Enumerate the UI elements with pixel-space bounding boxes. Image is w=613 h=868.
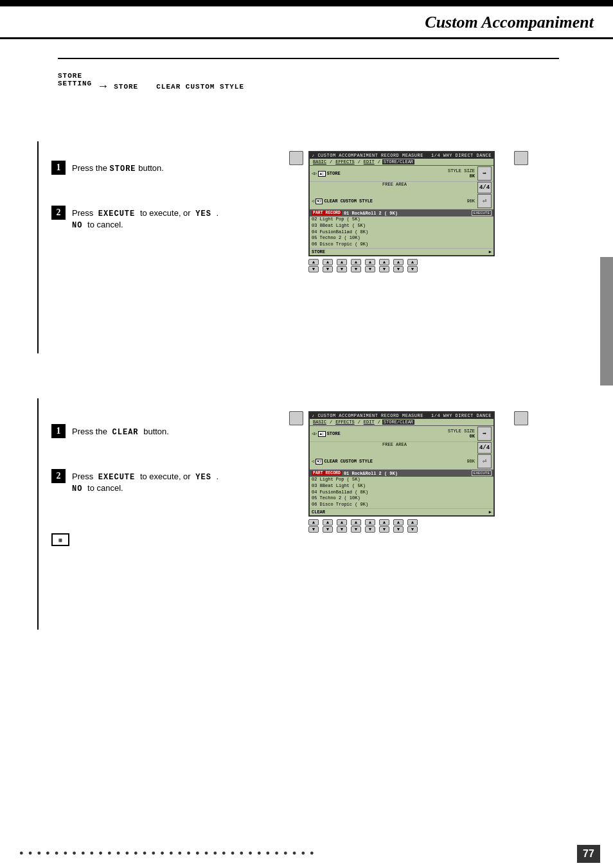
lcd-store-screen: ♪ CUSTOM ACCOMPANIMENT RECORD MEASURE 1/… [308, 151, 495, 256]
intro-left: STORE SETTING [58, 72, 92, 87]
clist-item-1: 02 Light Pop ( 5K) [310, 477, 493, 483]
cbtn-pair-2: ▲ ▼ [323, 519, 333, 533]
btn-up-4[interactable]: ▲ [351, 259, 361, 265]
lcd-clear-bottom-btns: ▲ ▼ ▲ ▼ ▲ ▼ ▲ ▼ ▲ ▼ ▲ ▼ ▲ ▼ ▲ ▼ [308, 519, 418, 533]
lcd-clear-header: ♪ CUSTOM ACCOMPANIMENT RECORD MEASURE 1/… [310, 412, 493, 419]
clist-item-3: 04 FusionBallad ( 8K) [310, 490, 493, 496]
lcd-btn-4[interactable] [289, 151, 303, 165]
intro-right: → STORE CLEAR CUSTOM STYLE [97, 80, 244, 93]
step2-store-no: NO to cancel. [72, 218, 123, 231]
store-label-top: STORE [58, 72, 82, 80]
list-header-store: PART RECORD 01 Rock&Roll 2 ( 9K) EXECUTE [310, 209, 493, 217]
btn-pair-8: ▲ ▼ [407, 259, 418, 272]
intro-setting: STORE SETTING [58, 72, 92, 87]
cbtn-dn-7[interactable]: ▼ [393, 526, 404, 533]
btn-pair-7: ▲ ▼ [393, 259, 404, 272]
tab-basic[interactable]: BASIC [312, 159, 328, 164]
lcd-clear-screen: ♪ CUSTOM ACCOMPANIMENT RECORD MEASURE 1/… [308, 411, 495, 517]
lcd-crbtn-4[interactable] [514, 411, 528, 425]
step1-store-box: 1 [51, 161, 66, 175]
cbtn-pair-8: ▲ ▼ [407, 519, 418, 533]
right-tab [600, 257, 613, 385]
cbtn-pair-1: ▲ ▼ [308, 519, 319, 533]
cbtn-up-6[interactable]: ▲ [379, 519, 389, 526]
cbtn-dn-4[interactable]: ▼ [351, 526, 361, 533]
lcd-store-list: PART RECORD 01 Rock&Roll 2 ( 9K) EXECUTE… [310, 209, 493, 255]
free-area-row: FREE AREA 4/4 [310, 182, 493, 193]
store2-label: STORE [114, 83, 138, 91]
ctab-effects[interactable]: EFFECTS [334, 420, 355, 425]
cbtn-dn-2[interactable]: ▼ [323, 526, 333, 533]
btn-dn-8[interactable]: ▼ [407, 266, 418, 272]
step1-clear-box: 1 [51, 424, 66, 438]
lcd-store-bottom-btns: ▲ ▼ ▲ ▼ ▲ ▼ ▲ ▼ ▲ ▼ ▲ ▼ ▲ ▼ ▲ ▼ [308, 259, 418, 272]
lcd-store-container: ♪ CUSTOM ACCOMPANIMENT RECORD MEASURE 1/… [308, 151, 495, 256]
intro-row: STORE SETTING → STORE CLEAR CUSTOM STYLE [58, 72, 559, 93]
title-rule [0, 37, 613, 39]
btn-pair-6: ▲ ▼ [379, 259, 389, 272]
list-header-clear: PART RECORD 01 Rock&Roll 2 ( 9K) EXECUTE [310, 470, 493, 477]
setting-label: SETTING [58, 80, 92, 87]
cbtn-up-2[interactable]: ▲ [323, 519, 333, 526]
btn-dn-2[interactable]: ▼ [323, 266, 333, 272]
btn-up-3[interactable]: ▲ [337, 259, 347, 265]
btn-dn-4[interactable]: ▼ [351, 266, 361, 272]
cbtn-up-3[interactable]: ▲ [337, 519, 347, 526]
cbtn-pair-3: ▲ ▼ [337, 519, 347, 533]
lcd-rbtn-4[interactable] [514, 151, 528, 165]
btn-pair-3: ▲ ▼ [337, 259, 347, 272]
btn-dn-5[interactable]: ▼ [365, 266, 375, 272]
cbtn-dn-6[interactable]: ▼ [379, 526, 389, 533]
cbtn-up-7[interactable]: ▲ [393, 519, 404, 526]
btn-up-8[interactable]: ▲ [407, 259, 418, 265]
clear-icon-arrow: ⏎ [477, 194, 492, 208]
list-item-3: 04 FusionBallad ( 8K) [310, 229, 493, 236]
cbtn-pair-7: ▲ ▼ [393, 519, 404, 533]
step2-clear-no: NO to cancel. [72, 482, 123, 495]
btn-pair-2: ▲ ▼ [323, 259, 333, 272]
lcd-clear-container: ♪ CUSTOM ACCOMPANIMENT RECORD MEASURE 1/… [308, 411, 495, 517]
btn-pair-5: ▲ ▼ [365, 259, 375, 272]
ctab-store-clear[interactable]: STORE/CLEAR [382, 420, 414, 425]
section2-vline [37, 398, 39, 630]
btn-pair-1: ▲ ▼ [308, 259, 319, 272]
lcd-store-row1: ◁▷ ▲| STORE STYLE SIZE 8K ➡ [310, 166, 493, 182]
list-footer-store: STORE ▶ [310, 248, 493, 255]
cbtn-dn-8[interactable]: ▼ [407, 526, 418, 533]
lcd-clear-list: PART RECORD 01 Rock&Roll 2 ( 9K) EXECUTE… [310, 470, 493, 515]
cbtn-up-8[interactable]: ▲ [407, 519, 418, 526]
btn-pair-4: ▲ ▼ [351, 259, 361, 272]
lcd-cbtn-4[interactable] [289, 411, 303, 425]
step2-store-text: Press EXECUTE to execute, or YES . [72, 207, 218, 220]
cbtn-dn-3[interactable]: ▼ [337, 526, 347, 533]
clist-item-5: 06 Disco Tropic ( 9K) [310, 502, 493, 508]
list-item-1: 02 Light Pop ( 5K) [310, 217, 493, 223]
btn-up-7[interactable]: ▲ [393, 259, 404, 265]
btn-up-1[interactable]: ▲ [308, 259, 319, 265]
btn-dn-7[interactable]: ▼ [393, 266, 404, 272]
step1-clear-text: Press the CLEAR button. [72, 425, 169, 438]
tab-edit[interactable]: EDIT [362, 159, 376, 164]
lcd-clear-row1: ◁▷ ▲| STORE STYLE SIZE 0K ➡ [310, 426, 493, 442]
btn-up-2[interactable]: ▲ [323, 259, 333, 265]
ctab-edit[interactable]: EDIT [362, 420, 376, 425]
cbtn-dn-1[interactable]: ▼ [308, 526, 319, 533]
clear-store-icon: ➡ [477, 427, 492, 441]
cbtn-dn-5[interactable]: ▼ [365, 526, 375, 533]
clear-label-intro: CLEAR CUSTOM STYLE [156, 83, 244, 91]
cbtn-up-5[interactable]: ▲ [365, 519, 375, 526]
btn-up-5[interactable]: ▲ [365, 259, 375, 265]
arrow-symbol: → [97, 80, 109, 93]
ctab-basic[interactable]: BASIC [312, 420, 328, 425]
btn-dn-3[interactable]: ▼ [337, 266, 347, 272]
tab-store-clear[interactable]: STORE/CLEAR [382, 159, 414, 164]
cbtn-up-1[interactable]: ▲ [308, 519, 319, 526]
btn-up-6[interactable]: ▲ [379, 259, 389, 265]
intro-section: STORE SETTING → STORE CLEAR CUSTOM STYLE [58, 58, 559, 93]
btn-dn-6[interactable]: ▼ [379, 266, 389, 272]
btn-dn-1[interactable]: ▼ [308, 266, 319, 272]
cbtn-pair-6: ▲ ▼ [379, 519, 389, 533]
cbtn-up-4[interactable]: ▲ [351, 519, 361, 526]
step2-clear-box: 2 [51, 469, 66, 483]
tab-effects[interactable]: EFFECTS [334, 159, 355, 164]
